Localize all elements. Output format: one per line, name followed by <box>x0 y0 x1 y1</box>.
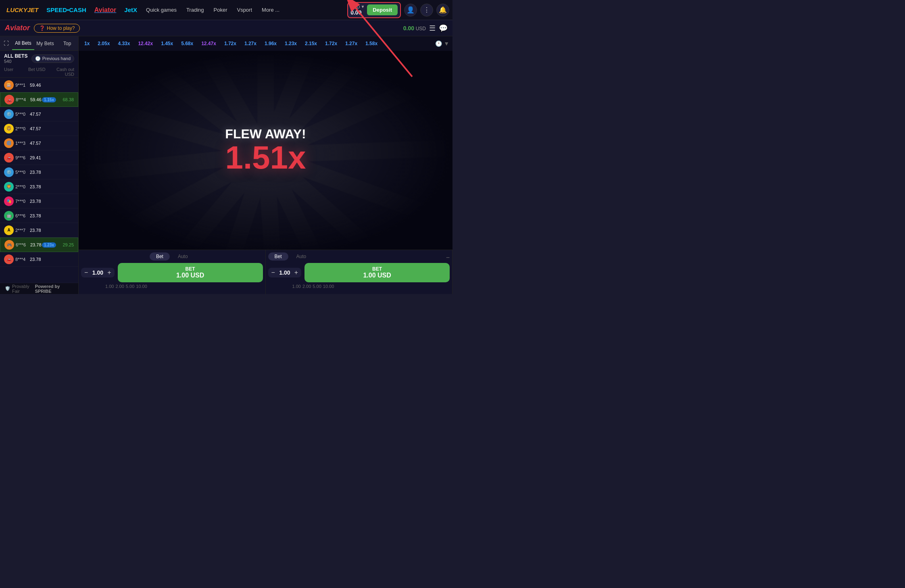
bets-count: 540 <box>4 59 27 64</box>
tab-top[interactable]: Top <box>56 38 78 50</box>
previous-hand-button[interactable]: 🕐 Previous hand <box>31 54 74 63</box>
multiplier-item[interactable]: 5.68x <box>179 40 196 47</box>
tab-all-bets[interactable]: All Bets <box>12 37 34 50</box>
bet-multiplier-badge: 1.23x <box>42 242 56 248</box>
provably-fair-label: 🛡️ Provably Fair <box>5 284 35 294</box>
header-balance-currency: USD <box>416 26 426 31</box>
quick-bet-1-4[interactable]: 10.00 <box>136 284 147 289</box>
bet-panel-1: Bet Auto − 1.00 + BET 1.00 USD <box>79 250 266 294</box>
col-header-bet: Bet USD <box>28 67 50 77</box>
quick-bet-1-3[interactable]: 5.00 <box>126 284 134 289</box>
multiplier-item[interactable]: 2.05x <box>95 40 112 47</box>
bet-user-name: 6***6 <box>16 242 30 247</box>
bet-amount: 59.46 <box>30 83 74 88</box>
nav-brand-speedcash[interactable]: SPEED•CASH <box>43 5 90 15</box>
multiplier-item[interactable]: 1.27x <box>343 40 360 47</box>
table-row: 🦁 2***0 47.57 <box>0 121 78 136</box>
deposit-button[interactable]: Deposit <box>367 4 398 15</box>
multiplier-item[interactable]: 1.72x <box>323 40 340 47</box>
nav-brand-jetx[interactable]: JetX <box>121 5 140 15</box>
quick-bet-2-1[interactable]: 1.00 <box>292 284 301 289</box>
stepper-plus-1[interactable]: + <box>107 269 111 276</box>
quick-bet-2-4[interactable]: 10.00 <box>323 284 334 289</box>
multiplier-item[interactable]: 4.33x <box>115 40 132 47</box>
avatar: 🎮 <box>4 240 14 250</box>
expand-tab-button[interactable]: ⛶ <box>0 36 12 51</box>
chat-icon[interactable]: 💬 <box>439 24 448 33</box>
bet-tab-1-bet[interactable]: Bet <box>150 252 170 261</box>
user-icon-button[interactable]: 👤 <box>404 4 417 17</box>
how-to-play-label: How to play? <box>47 25 75 31</box>
how-to-play-button[interactable]: ❓ How to play? <box>34 24 80 33</box>
shield-icon: 🛡️ <box>5 286 10 291</box>
table-row: 🎰 9***1 59.46 <box>0 78 78 92</box>
multiplier-item[interactable]: 1x <box>82 40 92 47</box>
quick-bet-1-2[interactable]: 2.00 <box>115 284 124 289</box>
stepper-plus-2[interactable]: + <box>294 269 298 276</box>
quick-bet-2-2[interactable]: 2.00 <box>302 284 311 289</box>
avatar: 🎰 <box>4 80 14 90</box>
nav-link-quick-games[interactable]: Quick games <box>142 5 181 15</box>
bet-button-1[interactable]: BET 1.00 USD <box>118 263 263 282</box>
bet-tab-2-bet[interactable]: Bet <box>268 252 288 261</box>
nav-games-list: LUCKYJET SPEED•CASH Aviator JetX Quick g… <box>3 5 347 15</box>
nav-link-vsport[interactable]: Vsport <box>233 5 256 15</box>
nav-brand-luckyjet[interactable]: LUCKYJET <box>3 5 42 15</box>
stepper-minus-2[interactable]: − <box>271 269 275 276</box>
nav-link-poker[interactable]: Poker <box>210 5 231 15</box>
strip-history-icon[interactable]: 🕐 <box>435 40 442 47</box>
bet-amount: 23.78 <box>30 199 74 204</box>
table-row: 🚗 8***4 23.78 <box>0 252 78 267</box>
strip-dropdown-icon[interactable]: ▼ <box>444 40 449 47</box>
bet-user-name: 8***4 <box>16 97 30 102</box>
bet-user-name: 7***0 <box>15 199 30 204</box>
table-row: 🎭 7***0 23.78 <box>0 194 78 209</box>
currency-label: USD ▼ <box>350 4 365 9</box>
game-header-right: 0.00 USD ☰ 💬 <box>403 24 448 33</box>
menu-dots-button[interactable]: ⋮ <box>420 4 433 17</box>
table-row: 🤖 6***6 23.78 <box>0 209 78 223</box>
multiplier-item[interactable]: 1.23x <box>282 40 299 47</box>
nav-brand-aviator[interactable]: Aviator <box>91 5 120 15</box>
bets-column-headers: User Bet USD Cash out USD <box>0 66 78 78</box>
dropdown-icon[interactable]: ▼ <box>361 4 365 9</box>
avatar: 🎭 <box>4 196 14 206</box>
multiplier-item[interactable]: 2.15x <box>302 40 319 47</box>
avatar: ⚙️ <box>4 109 14 119</box>
left-panel: ⛶ All Bets My Bets Top ALL BETS 540 🕐 Pr… <box>0 36 79 294</box>
multiplier-strip: 1x 2.05x 4.33x 12.42x 1.45x 5.68x 12.47x… <box>79 36 452 51</box>
bell-icon: 🔔 <box>439 6 447 14</box>
aviator-logo: Aviator <box>5 24 30 32</box>
panel-close-button[interactable]: − <box>446 254 450 261</box>
bet-amount: 23.78 <box>30 257 74 262</box>
tab-my-bets[interactable]: My Bets <box>34 38 56 50</box>
notification-button[interactable]: 🔔 <box>436 4 449 17</box>
currency-balance-box: USD ▼ 0.00 Deposit <box>347 2 401 18</box>
quick-bet-1-1[interactable]: 1.00 <box>105 284 114 289</box>
multiplier-item[interactable]: 1.72x <box>222 40 239 47</box>
bet-tab-2-auto[interactable]: Auto <box>290 252 313 261</box>
table-row: 🦁 2***0 23.78 <box>0 179 78 194</box>
bet-tab-1-auto[interactable]: Auto <box>171 252 194 261</box>
bet-amount-2: 1.00 USD <box>363 272 391 279</box>
balance-amount: 0.00 <box>350 9 361 16</box>
bet-button-2[interactable]: BET 1.00 USD <box>304 263 450 282</box>
prev-hand-label: Previous hand <box>42 56 71 61</box>
bet-panel-1-controls: − 1.00 + BET 1.00 USD <box>81 263 263 282</box>
bet-user-name: 6***6 <box>15 213 30 218</box>
avatar: ⚙️ <box>4 167 14 177</box>
multiplier-item[interactable]: 12.42x <box>136 40 155 47</box>
menu-lines-icon[interactable]: ☰ <box>429 24 436 33</box>
multiplier-item[interactable]: 1.27x <box>242 40 259 47</box>
nav-link-more[interactable]: More ... <box>258 5 284 15</box>
multiplier-item[interactable]: 1.96x <box>262 40 279 47</box>
nav-link-trading[interactable]: Trading <box>182 5 208 15</box>
fair-text: Provably Fair <box>12 284 35 294</box>
multiplier-item[interactable]: 12.47x <box>199 40 219 47</box>
multiplier-item[interactable]: 1.45x <box>158 40 175 47</box>
stepper-minus-1[interactable]: − <box>84 269 88 276</box>
quick-bet-2-3[interactable]: 5.00 <box>313 284 321 289</box>
game-header: Aviator ❓ How to play? 0.00 USD ☰ 💬 <box>0 20 452 36</box>
powered-label: Powered by <box>35 284 60 289</box>
multiplier-item[interactable]: 1.58x <box>363 40 380 47</box>
